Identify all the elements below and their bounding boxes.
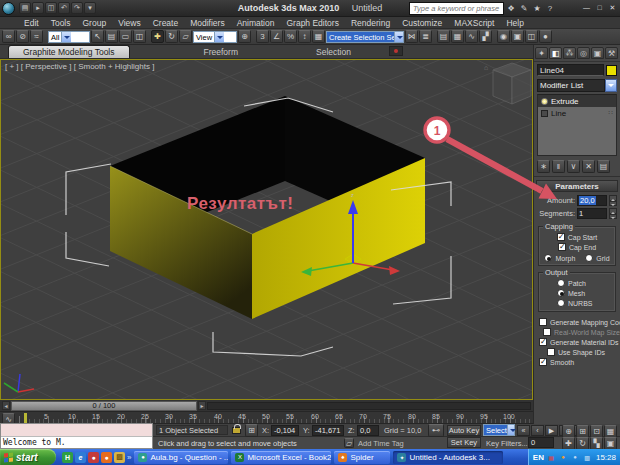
- select-rotate-icon[interactable]: ↻: [165, 30, 178, 43]
- menu-group[interactable]: Group: [77, 18, 113, 28]
- quick-launch-firefox-icon[interactable]: ●: [101, 452, 112, 463]
- menu-animation[interactable]: Animation: [231, 18, 281, 28]
- rendered-frame-icon[interactable]: ◫: [525, 30, 538, 43]
- spinner-snap-icon[interactable]: ↕: [298, 30, 311, 43]
- cap-end-checkbox[interactable]: [558, 243, 566, 251]
- amount-field[interactable]: 20,0: [577, 195, 607, 206]
- selection-filter-dropdown[interactable]: All: [48, 31, 90, 43]
- taskbar-item-spider[interactable]: ♠ Spider: [334, 451, 390, 464]
- save-file-icon[interactable]: ◫: [45, 2, 57, 14]
- tray-alert-icon[interactable]: ●: [558, 452, 568, 462]
- generate-mapping-coords-checkbox[interactable]: [539, 318, 547, 326]
- menu-views[interactable]: Views: [112, 18, 147, 28]
- modifier-stack[interactable]: Extrude Line ∷: [537, 94, 617, 156]
- favorites-icon[interactable]: ★: [531, 2, 543, 14]
- render-production-icon[interactable]: ●: [539, 30, 552, 43]
- snap-toggle-icon[interactable]: 3: [256, 30, 269, 43]
- window-crossing-icon[interactable]: ◫: [133, 30, 146, 43]
- tray-update-icon[interactable]: ●: [570, 452, 580, 462]
- stack-item-extrude[interactable]: Extrude: [538, 95, 616, 107]
- morph-radio[interactable]: [544, 254, 552, 262]
- current-frame-marker[interactable]: [24, 413, 27, 423]
- schematic-view-icon[interactable]: ▞: [479, 30, 492, 43]
- tab-selection[interactable]: Selection: [302, 45, 365, 58]
- undo-icon[interactable]: ↶: [58, 2, 70, 14]
- render-setup-icon[interactable]: ▣: [511, 30, 524, 43]
- rectangular-selection-icon[interactable]: ▭: [119, 30, 132, 43]
- time-slider-track[interactable]: [207, 402, 531, 410]
- select-move-icon[interactable]: ✚: [151, 30, 164, 43]
- max-app-logo[interactable]: [2, 2, 15, 15]
- key-filters-link[interactable]: Key Filters...: [486, 439, 528, 448]
- modifier-enable-bulb-icon[interactable]: [541, 98, 548, 105]
- auto-key-button[interactable]: Auto Key: [447, 425, 481, 436]
- subobject-expand-icon[interactable]: ∷: [609, 109, 613, 117]
- close-button[interactable]: ✕: [607, 2, 618, 13]
- real-world-map-size-checkbox[interactable]: [543, 328, 551, 336]
- menu-edit[interactable]: Edit: [18, 18, 45, 28]
- graphite-ribbon-toggle-icon[interactable]: ▦: [451, 30, 464, 43]
- smooth-checkbox[interactable]: [539, 358, 547, 366]
- parameters-rollout-header[interactable]: Parameters: [536, 180, 618, 192]
- search-input[interactable]: [409, 2, 504, 15]
- menu-create[interactable]: Create: [147, 18, 185, 28]
- chevron-down-icon[interactable]: [394, 32, 403, 42]
- named-selection-set-dropdown[interactable]: Create Selection Se: [326, 31, 404, 43]
- viewport-label[interactable]: [ + ] [ Perspective ] [ Smooth + Highlig…: [5, 62, 154, 71]
- keyboard-layout-icon[interactable]: ▦: [546, 452, 556, 462]
- grid-radio[interactable]: [585, 254, 593, 262]
- time-slider-handle[interactable]: 0 / 100: [11, 401, 197, 411]
- percent-snap-icon[interactable]: %: [284, 30, 297, 43]
- quick-launch-ball-icon[interactable]: ●: [88, 452, 99, 463]
- quick-launch-h-icon[interactable]: H: [62, 452, 73, 463]
- quick-launch-overflow-chevron[interactable]: »: [127, 453, 131, 462]
- chevron-down-icon[interactable]: [605, 79, 617, 92]
- cap-start-checkbox[interactable]: [557, 233, 565, 241]
- select-scale-icon[interactable]: ▱: [179, 30, 192, 43]
- modifier-list-dropdown[interactable]: Modifier List: [537, 79, 617, 92]
- select-object-icon[interactable]: ↖: [91, 30, 104, 43]
- perspective-viewport[interactable]: z ⌂ [ + ] [ Perspective ] [ Smooth + Hig…: [0, 59, 533, 400]
- quick-access-more-icon[interactable]: ▾: [84, 2, 96, 14]
- start-button[interactable]: start: [0, 449, 56, 465]
- layer-manager-icon[interactable]: ▤: [437, 30, 450, 43]
- angle-snap-icon[interactable]: ∠: [270, 30, 283, 43]
- restore-button[interactable]: □: [594, 2, 605, 13]
- stack-item-line[interactable]: Line ∷: [538, 107, 616, 119]
- chevron-down-icon[interactable]: [507, 425, 514, 435]
- menu-tools[interactable]: Tools: [45, 18, 77, 28]
- bind-to-spacewarp-icon[interactable]: ≈: [30, 30, 43, 43]
- motion-tab-icon[interactable]: ◎: [577, 47, 590, 59]
- previous-frame-icon[interactable]: ‹: [531, 425, 544, 436]
- taskbar-item-excel[interactable]: X Microsoft Excel - Book2: [231, 451, 331, 464]
- object-name-field[interactable]: Line04: [537, 64, 604, 76]
- background-window-fragment[interactable]: Welcome to M.: [0, 423, 153, 449]
- selection-lock-icon[interactable]: [232, 427, 241, 434]
- language-indicator[interactable]: EN: [533, 453, 544, 462]
- segments-spinner[interactable]: [609, 208, 617, 219]
- redo-icon[interactable]: ↷: [71, 2, 83, 14]
- new-scene-icon[interactable]: ▤: [19, 2, 31, 14]
- menu-graph-editors[interactable]: Graph Editors: [280, 18, 344, 28]
- menu-modifiers[interactable]: Modifiers: [184, 18, 230, 28]
- z-coordinate-field[interactable]: 0,0: [357, 425, 379, 436]
- key-mode-dropdown[interactable]: Selected: [483, 424, 515, 436]
- go-to-start-icon[interactable]: «: [517, 425, 530, 436]
- pin-stack-icon[interactable]: ∗: [537, 160, 550, 173]
- quick-launch-ie-icon[interactable]: e: [75, 452, 86, 463]
- menu-rendering[interactable]: Rendering: [345, 18, 396, 28]
- material-editor-icon[interactable]: ◉: [497, 30, 510, 43]
- segments-field[interactable]: 1: [577, 208, 607, 219]
- time-forward-arrow[interactable]: ▸: [198, 401, 206, 410]
- tab-graphite-modeling-tools[interactable]: Graphite Modeling Tools: [8, 45, 130, 58]
- time-back-arrow[interactable]: ◂: [2, 401, 10, 410]
- select-and-link-icon[interactable]: ∞: [2, 30, 15, 43]
- search-icon[interactable]: ❖: [505, 2, 517, 14]
- select-manipulate-icon[interactable]: ⊕: [238, 30, 251, 43]
- nurbs-radio[interactable]: [557, 299, 565, 307]
- hierarchy-tab-icon[interactable]: ⁂: [563, 47, 576, 59]
- generate-material-ids-checkbox[interactable]: [539, 338, 547, 346]
- absolute-mode-icon[interactable]: ⊞: [245, 424, 258, 437]
- time-slider[interactable]: ◂ 0 / 100 ▸: [0, 400, 533, 412]
- menu-help[interactable]: Help: [500, 18, 529, 28]
